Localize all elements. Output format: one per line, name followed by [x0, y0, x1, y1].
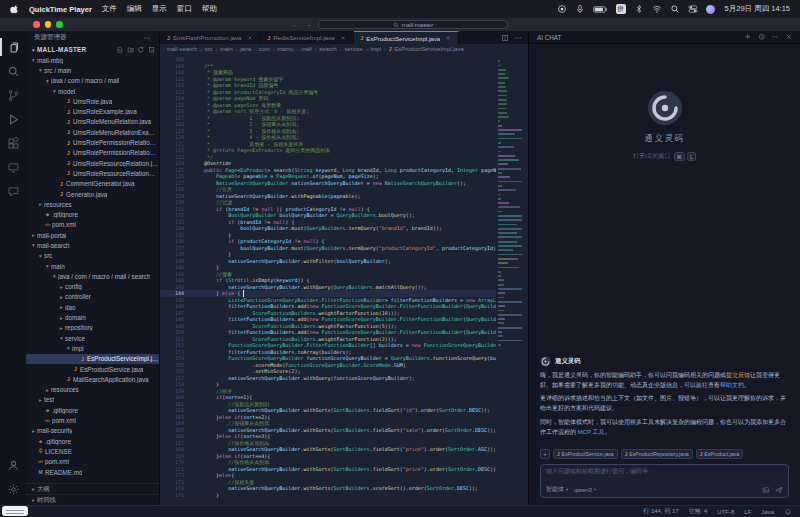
activity-item-run-debug[interactable] — [0, 107, 26, 131]
dock-window-thumbnail[interactable] — [2, 506, 28, 516]
menubar-item-文件[interactable]: 文件 — [102, 4, 117, 14]
new-file-icon[interactable] — [116, 46, 124, 54]
tree-file-gitignore[interactable]: ◆.gitignore — [26, 405, 159, 415]
tree-file-license[interactable]: ©LICENSE — [26, 446, 159, 456]
search-icon[interactable] — [670, 4, 680, 14]
tree-file-umsrolepermissionrelation-java[interactable]: JUmsRolePermissionRelation.java — [26, 137, 159, 147]
tree-file-umsrolemenurelationexample-java[interactable]: JUmsRoleMenuRelationExample.java — [26, 127, 159, 137]
activity-item-settings[interactable] — [0, 477, 26, 501]
tree-folder-resources[interactable]: ▸resources — [26, 385, 159, 395]
menubar-app-name[interactable]: QuickTime Player — [29, 5, 92, 14]
chat-input[interactable] — [546, 468, 783, 474]
tree-folder-java-com-macro-mall[interactable]: ▾java / com / macro / mall — [26, 76, 159, 86]
collapse-all-icon[interactable] — [148, 46, 156, 54]
tree-folder-mall-portal[interactable]: ▸mall-portal — [26, 230, 159, 240]
activity-item-search[interactable] — [0, 59, 26, 83]
model-dropdown[interactable]: qwen3 ▾ — [574, 487, 596, 493]
bluetooth-icon[interactable] — [634, 4, 644, 14]
tree-file-esproductservice-java[interactable]: JEsProductService.java — [26, 364, 159, 374]
tree-file-umsrole-java[interactable]: JUmsRole.java — [26, 96, 159, 106]
breadcrumb-item-search[interactable]: search — [319, 46, 336, 52]
close-tab-icon[interactable] — [445, 35, 451, 41]
control-center-icon[interactable] — [688, 4, 698, 14]
tree-folder-dao[interactable]: ▸dao — [26, 302, 159, 312]
tab-smsflashpromotion-java[interactable]: JSmsFlashPromotion.java — [160, 31, 261, 44]
status-item-utf-8[interactable]: UTF-8 — [717, 509, 734, 515]
chat-history-icon[interactable] — [758, 33, 766, 41]
battery-icon[interactable] — [593, 5, 608, 14]
nav-forward-icon[interactable]: → — [305, 21, 312, 28]
tree-file-umsroleresourcerelationexample-j[interactable]: JUmsRoleResourceRelationExample.j... — [26, 168, 159, 178]
context-chip-esproductrepository-java[interactable]: JEsProductRepository.java — [621, 449, 693, 459]
wifi-icon[interactable] — [652, 4, 662, 14]
context-chip-esproductservice-java[interactable]: JEsProductService.java — [553, 449, 618, 459]
breadcrumb-item-mall[interactable]: mall — [301, 46, 312, 52]
menubar-item-帮助[interactable]: 帮助 — [202, 4, 217, 14]
more-actions-icon[interactable] — [514, 34, 522, 42]
tree-folder-controller[interactable]: ▸controller — [26, 292, 159, 302]
activity-item-remote-explorer[interactable] — [0, 155, 26, 179]
tree-file-pom-xml[interactable]: </>pom.xml — [26, 220, 159, 230]
tree-file-pom-xml[interactable]: </>pom.xml — [26, 415, 159, 425]
tree-folder-impl[interactable]: ▾impl — [26, 343, 159, 353]
chat-more-icon[interactable] — [771, 33, 779, 41]
activity-item-extensions[interactable] — [0, 131, 26, 155]
new-chat-icon[interactable] — [744, 33, 752, 41]
screen-record-icon[interactable] — [557, 4, 567, 14]
split-editor-icon[interactable] — [501, 34, 509, 42]
close-panel-icon[interactable] — [785, 33, 793, 41]
status-item-lf[interactable]: LF — [744, 509, 751, 515]
tree-folder-src-main[interactable]: ▾src / main — [26, 65, 159, 75]
tree-file-commentgenerator-java[interactable]: JCommentGenerator.java — [26, 179, 159, 189]
command-center-search[interactable]: mall-master — [318, 20, 508, 30]
breadcrumb-item-com[interactable]: com — [259, 46, 270, 52]
breadcrumb-item-main[interactable]: main — [220, 46, 233, 52]
tree-folder-java-com-macro-mall-search[interactable]: ▾java / com / macro / mall / search — [26, 271, 159, 281]
menubar-clock[interactable]: 5月29日 周四 14:15 — [725, 4, 790, 14]
breadcrumb-item-mall-search[interactable]: mall-search — [167, 46, 197, 52]
explorer-section-header[interactable]: ▾ MALL-MASTER — [26, 44, 159, 55]
breadcrumb-item-file[interactable]: EsProductServiceImpl.java — [394, 46, 463, 52]
tree-file-umsrolepermissionrelationexample[interactable]: JUmsRolePermissionRelationExample... — [26, 148, 159, 158]
status-item-java[interactable]: Java — [761, 509, 774, 515]
nav-back-icon[interactable]: ← — [292, 21, 299, 28]
message-link[interactable]: 帮助文档 — [720, 382, 744, 388]
breadcrumb-item-macro[interactable]: macro — [277, 46, 293, 52]
tree-file-gitignore[interactable]: ◆.gitignore — [26, 209, 159, 219]
tree-folder-mall-mbg[interactable]: ▾mall-mbg — [26, 55, 159, 65]
breadcrumb-item-java[interactable]: java — [240, 46, 251, 52]
zoom-window-button[interactable] — [56, 21, 63, 28]
close-tab-icon[interactable] — [247, 35, 253, 41]
tree-file-pom-xml[interactable]: </>pom.xml — [26, 457, 159, 467]
tree-folder-service[interactable]: ▾service — [26, 333, 159, 343]
minimap[interactable] — [498, 56, 525, 505]
menubar-item-编辑[interactable]: 编辑 — [127, 4, 142, 14]
tree-folder-src[interactable]: ▾src — [26, 251, 159, 261]
minimize-window-button[interactable] — [45, 21, 52, 28]
input-method-icon[interactable]: 拼 — [616, 4, 626, 14]
agent-mode-dropdown[interactable]: 智能体 ▾ — [546, 485, 568, 494]
timeline-section[interactable]: ▸ 时间线 — [26, 494, 159, 505]
code-editor[interactable]: 108109 /**110 * 搜索商品111 * @param keyword… — [160, 54, 528, 505]
siri-icon[interactable] — [706, 5, 715, 14]
tree-folder-config[interactable]: ▸config — [26, 282, 159, 292]
context-chip-esproduct-java[interactable]: JEsProduct.java — [696, 449, 743, 459]
apple-menu-icon[interactable] — [10, 4, 19, 14]
tree-folder-mall-search[interactable]: ▾mall-search — [26, 240, 159, 250]
activity-item-explorer[interactable] — [0, 35, 26, 59]
activity-item-lingma-chat[interactable] — [0, 179, 26, 203]
keycap-l[interactable]: L — [687, 152, 696, 161]
tree-file-generator-java[interactable]: JGenerator.java — [26, 189, 159, 199]
tree-folder-main[interactable]: ▾main — [26, 261, 159, 271]
close-window-button[interactable] — [33, 21, 40, 28]
message-link[interactable]: MCP 工具 — [578, 429, 605, 435]
status-item-行-144-列-17[interactable]: 行 144, 列 17 — [643, 507, 678, 516]
tree-file-gitignore[interactable]: ◆.gitignore — [26, 436, 159, 446]
tree-file-readme-md[interactable]: MREADME.md — [26, 467, 159, 477]
mic-icon[interactable] — [575, 4, 585, 14]
tree-file-mallsearchapplication-java[interactable]: JMallSearchApplication.java — [26, 374, 159, 384]
message-link-accent[interactable]: 提交反馈 — [726, 372, 750, 378]
tree-folder-test[interactable]: ▸test — [26, 395, 159, 405]
menubar-item-显示[interactable]: 显示 — [152, 4, 167, 14]
breadcrumb-item-impl[interactable]: impl — [370, 46, 381, 52]
